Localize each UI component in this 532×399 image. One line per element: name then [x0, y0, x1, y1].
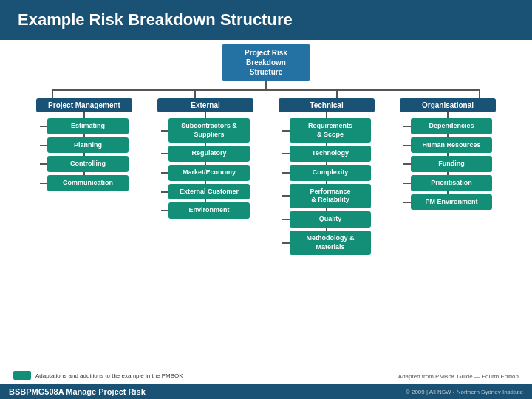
item-row: Funding — [403, 156, 492, 172]
item-box: Complexity — [290, 165, 371, 181]
item-box: Estimating — [47, 118, 129, 134]
item-box: Planning — [47, 137, 129, 154]
bottom-bar-right: © 2009 | All NSW - Northern Sydney Insti… — [406, 389, 523, 395]
column-project-management: Project Management Estimating Planning — [30, 98, 139, 255]
item-box: Performance& Reliability — [290, 184, 371, 208]
item-box: Subcontractors &Suppliers — [168, 118, 250, 143]
item-box: PM Environment — [411, 194, 492, 211]
root-node: Project Risk Breakdown Structure — [222, 44, 310, 81]
item-box: Communication — [47, 175, 129, 191]
item-row: Controlling — [40, 156, 129, 172]
legend-text: Adaptations and additions to the example… — [35, 372, 183, 379]
item-box: Methodology &Materials — [290, 231, 371, 255]
col-connector-organisational — [447, 112, 449, 118]
item-row: PM Environment — [403, 194, 492, 211]
tc-tech — [336, 91, 338, 98]
col-header-technical: Technical — [279, 98, 375, 112]
col-items-technical: Requirements& Scope Technology Complexit… — [282, 118, 371, 255]
footer-legend: Adaptations and additions to the example… — [13, 371, 183, 380]
item-row: Environment — [161, 202, 250, 219]
item-row: Dependencies — [403, 118, 492, 134]
legend-box — [13, 371, 31, 380]
item-row: Communication — [40, 175, 129, 191]
item-row: Methodology &Materials — [282, 231, 371, 255]
item-row: External Customer — [161, 184, 250, 200]
top-connector-row — [52, 91, 480, 98]
item-box: Quality — [290, 211, 371, 228]
column-technical: Technical Requirements& Scope Technology — [272, 98, 381, 255]
item-row: Subcontractors &Suppliers — [161, 118, 250, 143]
h-line-top — [52, 89, 480, 91]
bottom-bar-left: BSBPMG508A Manage Project Risk — [9, 387, 146, 396]
col-header-organisational: Organisational — [400, 98, 496, 112]
item-box: Regulatory — [168, 146, 250, 162]
col-items-pm: Estimating Planning Controlling Com — [40, 118, 129, 191]
item-box: Dependencies — [411, 118, 492, 134]
item-box: Requirements& Scope — [290, 118, 371, 143]
item-box: External Customer — [168, 184, 250, 200]
columns-row: Project Management Estimating Planning — [30, 98, 502, 255]
item-row: Prioritisation — [403, 175, 492, 191]
page-title: Example Risk Breakdown Structure — [18, 10, 293, 29]
footer-area: Adaptations and additions to the example… — [7, 369, 525, 381]
item-row: Human Resources — [403, 137, 492, 154]
column-external: External Subcontractors &Suppliers Regul… — [151, 98, 260, 255]
col-connector-external — [205, 112, 206, 118]
col-header-external: External — [157, 98, 253, 112]
page-header: Example Risk Breakdown Structure — [0, 0, 532, 40]
tc-org — [479, 91, 480, 98]
item-box: Prioritisation — [411, 175, 492, 191]
col-header-pm: Project Management — [36, 98, 132, 112]
content-area: Project Risk Breakdown Structure Project… — [0, 40, 532, 384]
item-box: Funding — [411, 156, 492, 172]
page: Example Risk Breakdown Structure Project… — [0, 0, 532, 399]
item-box: Technology — [290, 146, 371, 162]
column-organisational: Organisational Dependencies Human Resour… — [393, 98, 502, 255]
item-row: Market/Economy — [161, 165, 250, 181]
col-connector-technical — [326, 112, 327, 118]
item-row: Planning — [40, 137, 129, 154]
item-row: Technology — [282, 146, 371, 162]
col-items-external: Subcontractors &Suppliers Regulatory Mar… — [161, 118, 250, 219]
item-box: Environment — [168, 202, 250, 219]
item-row: Complexity — [282, 165, 371, 181]
adapted-text: Adapted from PMBoK Guide — Fourth Editio… — [398, 373, 519, 380]
tc-pm — [52, 91, 53, 98]
item-box: Market/Economy — [168, 165, 250, 181]
item-row: Estimating — [40, 118, 129, 134]
item-row: Performance& Reliability — [282, 184, 371, 208]
item-row: Requirements& Scope — [282, 118, 371, 143]
col-items-organisational: Dependencies Human Resources Funding — [403, 118, 492, 210]
col-connector-pm — [83, 112, 85, 118]
item-box: Controlling — [47, 156, 129, 172]
item-row: Quality — [282, 211, 371, 228]
bottom-bar: BSBPMG508A Manage Project Risk © 2009 | … — [0, 384, 532, 399]
item-box: Human Resources — [411, 137, 492, 154]
item-row: Regulatory — [161, 146, 250, 162]
chart-area: Project Risk Breakdown Structure Project… — [7, 44, 525, 368]
tc-ext — [194, 91, 196, 98]
root-connector — [265, 81, 267, 89]
